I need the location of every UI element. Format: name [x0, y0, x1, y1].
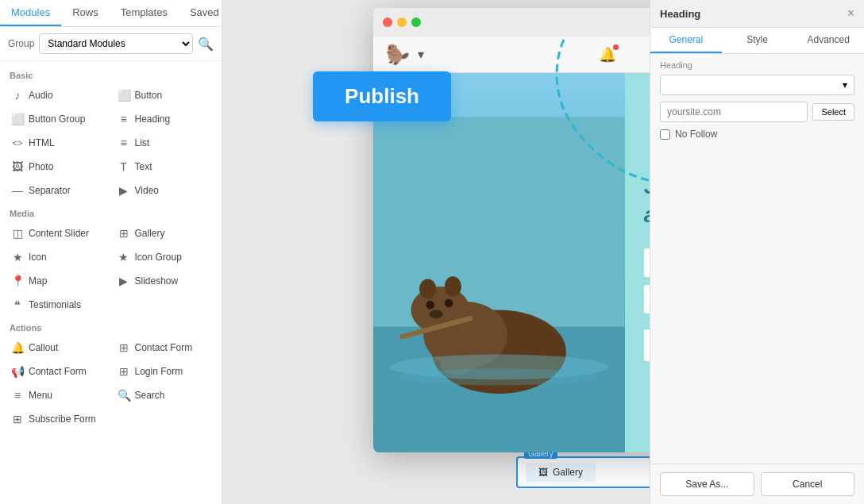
- list-icon: ≡: [118, 137, 130, 149]
- rp-tabs: General Style Advanced: [650, 28, 864, 54]
- gallery-inner-label: Gallery: [553, 467, 583, 478]
- module-heading[interactable]: ≡Heading: [111, 107, 218, 131]
- module-icon-group[interactable]: ★Icon Group: [111, 245, 218, 269]
- module-content-slider[interactable]: ◫Content Slider: [5, 221, 111, 245]
- rp-close-button[interactable]: ×: [847, 6, 854, 21]
- svg-point-8: [445, 299, 453, 308]
- search-icon: 🔍: [118, 389, 130, 402]
- rp-bottom-actions: Save As... Cancel: [650, 464, 864, 504]
- media-section-header: Media: [0, 202, 222, 221]
- search-button[interactable]: 🔍: [198, 37, 214, 52]
- notification-bell[interactable]: 🔔: [599, 46, 616, 63]
- rp-section-label: Heading: [660, 60, 854, 70]
- module-separator[interactable]: —Separator: [5, 179, 111, 202]
- gallery-bar: Gallery 🖼 Gallery: [516, 456, 650, 488]
- module-testimonials[interactable]: ❝Testimonials: [5, 293, 111, 317]
- rp-tab-style[interactable]: Style: [722, 28, 793, 53]
- module-subscribe-form[interactable]: ⊞Subscribe Form: [5, 407, 111, 431]
- rp-no-follow-checkbox[interactable]: [660, 129, 670, 140]
- form-submit-input[interactable]: [644, 329, 650, 361]
- module-search[interactable]: 🔍Search: [111, 383, 218, 407]
- main-area: Publish 🦫 ▾ 🔔 ☰ + Done: [222, 0, 650, 504]
- form-row: [644, 285, 650, 321]
- gallery-outline: Gallery 🖼 Gallery: [516, 456, 650, 488]
- preview-titlebar: [373, 8, 650, 37]
- svg-point-13: [399, 368, 600, 385]
- button-group-icon: ⬜: [11, 113, 24, 125]
- module-video[interactable]: ▶Video: [111, 179, 218, 202]
- module-photo[interactable]: 🖼Photo: [5, 155, 111, 179]
- toolbar-center: 🔔: [599, 46, 616, 63]
- svg-point-9: [430, 310, 443, 318]
- content-slider-icon: ◫: [11, 227, 24, 240]
- svg-point-6: [445, 276, 461, 296]
- basic-modules-grid: ♪Audio ⬜Button ⬜Button Group ≡Heading <>…: [0, 83, 222, 202]
- rp-dropdown[interactable]: ▾: [660, 75, 854, 95]
- module-button-group[interactable]: ⬜Button Group: [5, 107, 111, 131]
- actions-modules-grid: 🔔Callout ⊞Contact Form 📢Contact Form ⊞Lo…: [0, 336, 222, 431]
- rp-input-row: Select: [660, 102, 854, 122]
- right-panel: Heading × General Style Advanced Heading…: [650, 0, 864, 504]
- module-map[interactable]: 📍Map: [5, 269, 111, 293]
- rp-title: Heading: [660, 8, 700, 20]
- beaver-logo: 🦫: [386, 44, 410, 66]
- svg-point-7: [426, 301, 435, 310]
- module-button[interactable]: ⬜Button: [111, 83, 218, 107]
- module-audio[interactable]: ♪Audio: [5, 83, 111, 107]
- module-contact-form[interactable]: ⊞Contact Form: [111, 336, 218, 360]
- close-traffic-light[interactable]: [383, 17, 392, 27]
- module-list[interactable]: ≡List: [111, 131, 218, 155]
- notification-dot: [613, 44, 619, 50]
- tab-modules[interactable]: Modules: [0, 0, 61, 26]
- preview-content: Just a few more logs and we'll be ready.…: [373, 73, 650, 452]
- module-html[interactable]: <>HTML: [5, 131, 111, 155]
- rp-url-input[interactable]: [660, 102, 808, 122]
- module-icon[interactable]: ★Icon: [5, 245, 111, 269]
- module-slideshow[interactable]: ▶Slideshow: [111, 269, 218, 293]
- icon-icon: ★: [11, 251, 24, 264]
- minimize-traffic-light[interactable]: [397, 17, 407, 27]
- rp-checkbox-row: No Follow: [660, 129, 854, 140]
- rp-select-button[interactable]: Select: [812, 103, 854, 121]
- module-callout[interactable]: 🔔Callout: [5, 336, 111, 360]
- menu-icon: ≡: [11, 389, 24, 402]
- callout-icon: 🔔: [11, 341, 24, 354]
- modules-list: Basic ♪Audio ⬜Button ⬜Button Group ≡Head…: [0, 61, 222, 504]
- module-login-form[interactable]: ⊞Login Form: [111, 360, 218, 383]
- testimonials-icon: ❝: [11, 298, 24, 311]
- toolbar-chevron[interactable]: ▾: [418, 47, 424, 62]
- form-input-2[interactable]: [644, 285, 650, 314]
- group-label: Group: [8, 38, 34, 49]
- preview-right-content: Just a few more logs and we'll be ready.…: [625, 73, 650, 452]
- module-text[interactable]: TText: [111, 155, 218, 179]
- maximize-traffic-light[interactable]: [411, 17, 421, 27]
- tabs-row: Modules Rows Templates Saved: [0, 0, 222, 27]
- actions-section-header: Actions: [0, 317, 222, 336]
- icon-group-icon: ★: [118, 251, 130, 264]
- tab-templates[interactable]: Templates: [110, 0, 179, 26]
- gallery-icon-small: 🖼: [538, 467, 548, 478]
- login-form-icon: ⊞: [118, 365, 130, 378]
- html-icon: <>: [11, 138, 24, 148]
- group-row: Group Standard Modules 🔍: [0, 27, 222, 61]
- call-to-action-icon: 📢: [11, 365, 24, 378]
- video-icon: ▶: [118, 184, 130, 197]
- text-icon: T: [118, 160, 130, 173]
- gallery-icon: ⊞: [118, 227, 130, 240]
- module-gallery[interactable]: ⊞Gallery: [111, 221, 218, 245]
- rp-tab-general[interactable]: General: [650, 28, 722, 53]
- rp-section: Heading ▾ Select No Follow: [650, 54, 864, 152]
- publish-button[interactable]: Publish: [313, 71, 451, 121]
- tab-rows[interactable]: Rows: [61, 0, 110, 26]
- rp-save-button[interactable]: Save As...: [660, 472, 754, 496]
- contact-form-icon: ⊞: [118, 341, 130, 354]
- gallery-inner[interactable]: 🖼 Gallery: [526, 463, 596, 482]
- rp-cancel-button[interactable]: Cancel: [761, 472, 855, 496]
- group-select[interactable]: Standard Modules: [39, 33, 193, 54]
- module-call-to-action[interactable]: 📢Contact Form: [5, 360, 111, 383]
- map-icon: 📍: [11, 275, 24, 287]
- svg-point-5: [419, 279, 436, 298]
- rp-tab-advanced[interactable]: Advanced: [793, 28, 864, 53]
- form-input-1[interactable]: [644, 248, 650, 277]
- module-menu[interactable]: ≡Menu: [5, 383, 111, 407]
